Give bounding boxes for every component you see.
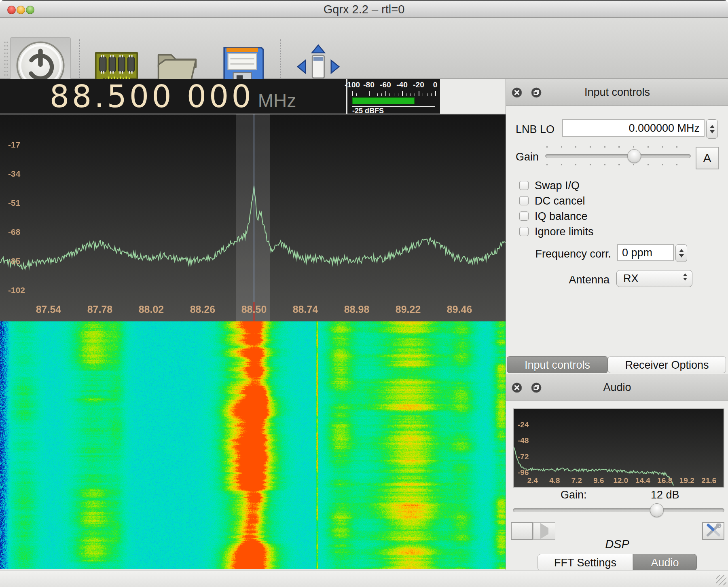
meter-tick: [381, 93, 382, 96]
frequency-unit: MHz: [258, 90, 296, 112]
dc-cancel-checkbox[interactable]: [519, 196, 529, 205]
toolbar: [0, 18, 728, 79]
audio-dock-title: Audio: [506, 374, 728, 401]
gqrx-window: Gqrx 2.2 – rtl=0: [0, 0, 728, 587]
antenna-value: RX: [623, 272, 639, 285]
meter-tick: [365, 93, 365, 96]
fft-plot[interactable]: -17-34-51-68-85-10287.5487.7888.0288.268…: [0, 114, 506, 321]
meter-tick: [427, 93, 427, 96]
audio-dock-header[interactable]: Audio: [506, 374, 728, 401]
lnb-lo-label: LNB LO: [516, 123, 554, 136]
audio-play-button[interactable]: [533, 522, 555, 540]
meter-tick: [356, 93, 357, 96]
dock-panel: Input controls LNB LO Gain A Swap I/Q DC…: [506, 79, 728, 570]
meter-tick: [411, 93, 411, 96]
meter-tick: [398, 93, 398, 96]
combo-arrows-icon: [683, 273, 687, 281]
dc-cancel-label: DC cancel: [535, 195, 585, 207]
gain-slider-ticks-top: [546, 146, 691, 148]
meter-tick: [431, 93, 432, 96]
meter-tick: [415, 93, 415, 96]
window-title: Gqrx 2.2 – rtl=0: [0, 1, 728, 18]
swap-iq-label: Swap I/Q: [535, 179, 580, 192]
input-controls-header[interactable]: Input controls: [506, 79, 728, 106]
audio-gain-value: 12 dB: [651, 489, 679, 501]
gain-slider[interactable]: [545, 154, 691, 158]
audio-fft-plot: -24-48-72-962.44.87.29.612.014.416.819.2…: [513, 408, 724, 488]
meter-tick: [373, 93, 373, 96]
audio-record-button[interactable]: [511, 522, 533, 540]
iq-balance-checkbox[interactable]: [519, 211, 529, 221]
dsp-label: DSP: [506, 538, 728, 551]
tab-input-controls[interactable]: Input controls: [507, 356, 608, 373]
meter-tick: [435, 91, 436, 96]
frequency-display[interactable]: 88.500 000 MHz: [0, 79, 346, 114]
meter-tick: [369, 91, 370, 96]
meter-tick: [419, 91, 419, 96]
iq-balance-label: IQ balance: [535, 210, 588, 223]
meter-tick: [361, 93, 361, 96]
gain-slider-ticks-bottom: [546, 164, 691, 165]
header-spacer: [440, 79, 506, 114]
freq-corr-label: Frequency corr.: [516, 248, 611, 260]
antenna-label: Antenna: [516, 274, 609, 286]
gain-auto-button[interactable]: A: [696, 147, 719, 169]
play-icon: [540, 523, 548, 539]
freq-corr-spinner[interactable]: [675, 244, 687, 262]
spin-up-icon[interactable]: [679, 249, 684, 252]
audio-options-button[interactable]: [702, 522, 724, 540]
meter-level-bar: [352, 97, 415, 104]
spin-down-icon[interactable]: [710, 130, 715, 133]
audio-gain-label: Gain:: [561, 489, 587, 501]
titlebar[interactable]: Gqrx 2.2 – rtl=0: [0, 0, 728, 18]
tab-fft-settings[interactable]: FFT Settings: [538, 554, 633, 571]
gain-slider-handle[interactable]: [627, 149, 641, 163]
spin-down-icon[interactable]: [679, 254, 684, 258]
waterfall-canvas[interactable]: [0, 321, 506, 569]
meter-tick: [352, 91, 353, 96]
tab-receiver-options[interactable]: Receiver Options: [608, 356, 726, 373]
meter-tick: [385, 91, 386, 96]
ignore-limits-label: Ignore limits: [535, 226, 594, 238]
meter-tick: [377, 93, 378, 96]
ignore-limits-checkbox[interactable]: [519, 227, 529, 236]
meter-scale-label: -20: [410, 80, 427, 89]
lnb-lo-field[interactable]: [562, 119, 705, 137]
tab-audio[interactable]: Audio: [633, 554, 697, 571]
audio-gain-slider-handle[interactable]: [650, 503, 664, 517]
spin-up-icon[interactable]: [710, 125, 715, 128]
frequency-value[interactable]: 88.500 000: [50, 79, 254, 114]
meter-tick: [406, 93, 406, 96]
waterfall-display[interactable]: [0, 321, 506, 569]
status-bar: [0, 570, 728, 587]
swap-iq-checkbox[interactable]: [519, 181, 529, 190]
meter-tick: [402, 91, 403, 96]
lnb-lo-spinner[interactable]: [706, 119, 718, 139]
meter-tick: [423, 93, 423, 96]
audio-fft-canvas: [514, 409, 724, 487]
meter-tick: [389, 93, 390, 96]
gain-label: Gain: [516, 151, 539, 163]
freq-corr-field[interactable]: [617, 244, 674, 261]
meter-scale-label: -80: [360, 80, 378, 89]
meter-scale-label: -100: [343, 80, 361, 89]
antenna-select[interactable]: RX: [616, 270, 692, 287]
resize-grip[interactable]: [716, 575, 726, 585]
input-controls-title: Input controls: [506, 79, 728, 106]
meter-scale-label: -40: [393, 80, 411, 89]
audio-gain-slider[interactable]: [513, 508, 724, 512]
signal-strength-meter: -100-80-60-40-200 -25 dBFS: [347, 79, 440, 114]
meter-scale-label: -60: [377, 80, 394, 89]
fft-plot-canvas[interactable]: [0, 114, 506, 321]
meter-tick: [394, 93, 394, 96]
